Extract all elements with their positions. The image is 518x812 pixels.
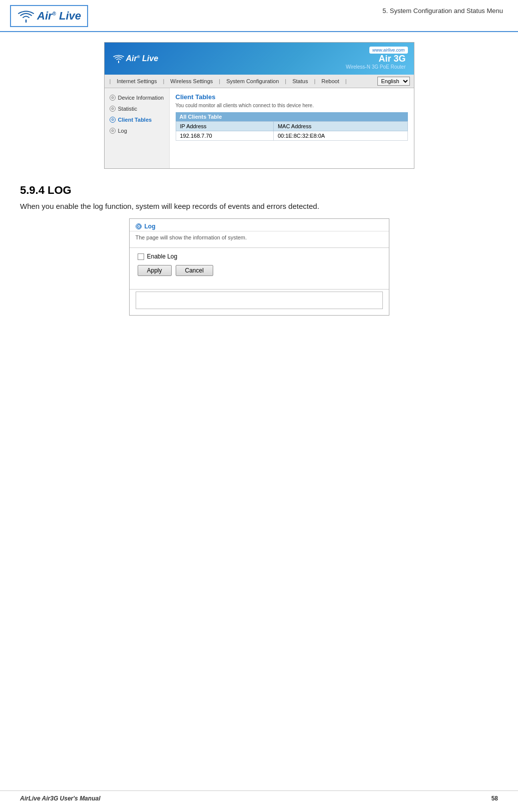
- section-594-heading: 5.9.4 LOG: [20, 184, 498, 197]
- log-icon: ⊙: [110, 128, 116, 134]
- col-mac-address: MAC Address: [273, 122, 407, 131]
- router-ui-screenshot: Air® Live www.airlive.com Air 3G Wireles…: [104, 42, 414, 169]
- footer-manual-text: AirLive Air3G User's Manual: [20, 795, 100, 802]
- router-brand-right: www.airlive.com Air 3G Wireless-N 3G PoE…: [346, 48, 405, 70]
- section-594-desc: When you enable the log function, system…: [20, 202, 498, 210]
- nav-wireless-settings[interactable]: Wireless Settings: [166, 77, 217, 85]
- footer-page-number: 58: [491, 795, 498, 802]
- cell-ip: 192.168.7.70: [176, 131, 273, 141]
- router-brand-name: Air 3G: [346, 54, 405, 64]
- btn-row: Apply Cancel: [138, 265, 381, 276]
- client-tables-icon: ⊙: [110, 117, 116, 123]
- enable-log-checkbox[interactable]: [138, 253, 144, 260]
- router-logo-text: Air® Live: [126, 54, 159, 63]
- sidebar-item-statistic[interactable]: ⊙ Statistic: [105, 103, 169, 114]
- router-header: Air® Live www.airlive.com Air 3G Wireles…: [105, 43, 414, 75]
- router-logo: Air® Live: [113, 54, 159, 63]
- sidebar-item-client-tables[interactable]: ⊙ Client Tables: [105, 114, 169, 125]
- sidebar-item-device-information[interactable]: ⊙ Device Information: [105, 92, 169, 103]
- sidebar-item-log[interactable]: ⊙ Log: [105, 125, 169, 136]
- all-clients-table-header: All Clients Table: [176, 112, 408, 121]
- nav-reboot[interactable]: Reboot: [317, 77, 343, 85]
- nav-internet-settings[interactable]: Internet Settings: [113, 77, 161, 85]
- log-divider-2: [130, 289, 389, 290]
- logo-area: Air® Live: [10, 5, 88, 27]
- client-tables-title: Client Tables: [176, 93, 408, 101]
- page-header: Air® Live 5. System Configuration and St…: [0, 0, 518, 32]
- nav-status[interactable]: Status: [288, 77, 312, 85]
- table-row: 192.168.7.70 00:1E:8C:32:E8:0A: [176, 131, 407, 141]
- log-divider: [130, 247, 389, 248]
- log-form: Enable Log Apply Cancel: [130, 250, 389, 287]
- nav-lang: English: [377, 77, 410, 86]
- router-wifi-icon: [113, 54, 125, 63]
- log-section-title: ⊙ Log: [130, 219, 389, 231]
- client-tables-desc: You could monitor all clients which conn…: [176, 103, 408, 108]
- chapter-title: 5. System Configuration and Status Menu: [382, 5, 503, 15]
- log-section-icon: ⊙: [136, 223, 142, 229]
- cell-mac: 00:1E:8C:32:E8:0A: [273, 131, 407, 141]
- cancel-button[interactable]: Cancel: [176, 265, 213, 276]
- router-header-wrap: Air® Live www.airlive.com Air 3G Wireles…: [105, 43, 414, 75]
- router-main-panel: Client Tables You could monitor all clie…: [170, 88, 414, 168]
- apply-button[interactable]: Apply: [138, 265, 172, 276]
- col-ip-address: IP Address: [176, 122, 273, 131]
- router-brand-sub: Wireless-N 3G PoE Router: [346, 64, 405, 70]
- page-footer: AirLive Air3G User's Manual 58: [0, 790, 518, 802]
- log-description: The page will show the information of sy…: [130, 231, 389, 245]
- nav-system-configuration[interactable]: System Configuration: [222, 77, 283, 85]
- log-ui-box: ⊙ Log The page will show the information…: [129, 218, 389, 316]
- wifi-icon: [17, 9, 35, 23]
- enable-log-label: Enable Log: [147, 253, 178, 260]
- router-sidebar: ⊙ Device Information ⊙ Statistic ⊙ Clien…: [105, 88, 170, 168]
- logo-text-air: Air® Live: [37, 10, 81, 23]
- main-content: Air® Live www.airlive.com Air 3G Wireles…: [0, 32, 518, 326]
- device-information-icon: ⊙: [110, 95, 116, 101]
- statistic-icon: ⊙: [110, 106, 116, 112]
- log-output-area: [136, 292, 383, 309]
- language-select[interactable]: English: [377, 77, 410, 86]
- router-url: www.airlive.com: [369, 47, 408, 54]
- clients-table: IP Address MAC Address 192.168.7.70 00:1…: [176, 121, 408, 141]
- router-nav: | Internet Settings | Wireless Settings …: [105, 75, 414, 88]
- enable-log-row: Enable Log: [138, 253, 381, 260]
- router-body: ⊙ Device Information ⊙ Statistic ⊙ Clien…: [105, 88, 414, 168]
- logo-box: Air® Live: [10, 5, 88, 27]
